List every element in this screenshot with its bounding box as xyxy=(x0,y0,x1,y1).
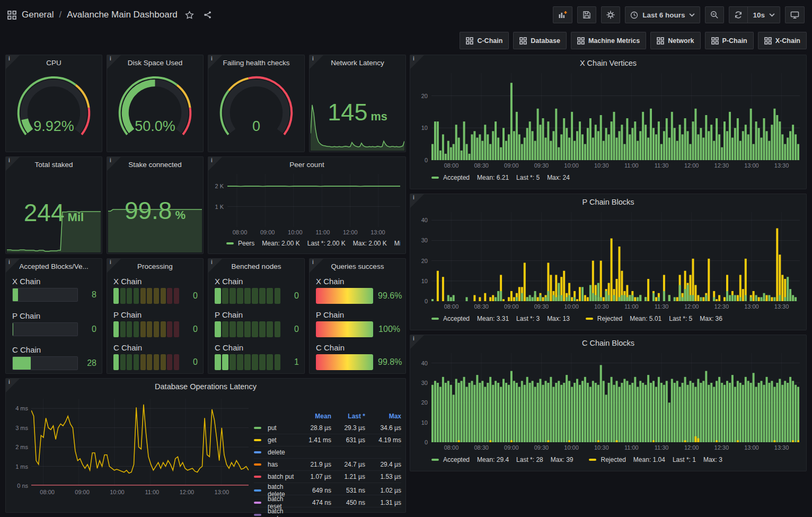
star-icon[interactable] xyxy=(183,10,196,21)
panel-title[interactable]: X Chain Vertices xyxy=(410,55,806,69)
legend-table-row: batch put1.07 µs1.21 µs1.53 µs xyxy=(254,471,401,483)
legend-table-row: has21.9 µs24.7 µs29.4 µs xyxy=(254,459,401,471)
share-icon[interactable] xyxy=(201,10,214,20)
y-axis: 01020 xyxy=(416,73,431,160)
panel-processing: i Processing X Chain0P Chain0C Chain0 xyxy=(107,258,204,374)
panel-title[interactable]: Queries success xyxy=(310,259,405,273)
time-range-picker[interactable]: Last 6 hours xyxy=(625,6,700,23)
panel-title[interactable]: Database Operations Latency xyxy=(6,379,405,393)
panel-info-icon[interactable]: i xyxy=(107,259,121,273)
panel-title[interactable]: Benched nodes xyxy=(208,259,304,273)
gradient-bar-row: P Chain100% xyxy=(316,310,400,337)
panel-c-chain-blocks: i C Chain Blocks 010203040 08:0008:3009:… xyxy=(410,335,807,471)
x-axis: 08:0008:3009:0009:3010:0010:3011:0011:30… xyxy=(431,444,800,453)
legend-item[interactable]: AcceptedMean: 29.4Last *: 28Max: 39 xyxy=(431,456,580,463)
legend-item[interactable]: AcceptedMean: 6.21Last *: 5Max: 24 xyxy=(431,174,577,181)
panel-title[interactable]: Total staked xyxy=(6,157,102,171)
dashboard-link-x-chain[interactable]: X-Chain xyxy=(758,32,807,49)
x-axis: 08:0008:3009:0009:3010:0010:3011:0011:30… xyxy=(431,162,800,171)
chart-legend[interactable]: AcceptedMean: 6.21Last *: 5Max: 24 xyxy=(431,174,801,181)
panel-info-icon[interactable]: i xyxy=(208,55,222,69)
legend-table-row: put28.8 µs29.3 µs34.6 µs xyxy=(254,422,401,434)
dashboard-toolbar: Last 6 hours 10s xyxy=(553,6,805,23)
x-axis: 08:0009:0010:0011:0012:0013:00 xyxy=(231,229,399,238)
panel-info-icon[interactable]: i xyxy=(310,259,323,273)
benched-nodes-segments: X Chain0P Chain0C Chain1 xyxy=(215,277,299,370)
panel-title[interactable]: P Chain Blocks xyxy=(410,194,806,208)
legend-item[interactable]: PeersMean: 2.00 KLast *: 2.00 KMax: 2.00… xyxy=(226,240,400,247)
panel-info-icon[interactable]: i xyxy=(310,55,323,69)
dashboard-link-database[interactable]: Database xyxy=(513,32,567,49)
dashboard-link-network[interactable]: Network xyxy=(650,32,700,49)
p-chain-blocks-chart[interactable] xyxy=(431,212,800,301)
legend-table-row: batch reset474 ns450 ns1.31 µs xyxy=(254,495,401,507)
panel-title[interactable]: Failing health checks xyxy=(208,55,304,69)
panel-info-icon[interactable]: i xyxy=(6,55,20,69)
panel-info-icon[interactable]: i xyxy=(208,157,222,171)
panel-info-icon[interactable]: i xyxy=(208,259,222,273)
failing-health-gauge[interactable]: 0 xyxy=(213,72,300,147)
gradient-bar-row: X Chain99.6% xyxy=(316,277,400,304)
c-chain-blocks-chart[interactable] xyxy=(431,353,800,442)
refresh-button[interactable] xyxy=(729,6,747,23)
panel-info-icon[interactable]: i xyxy=(410,335,424,349)
panel-title[interactable]: Network Latency xyxy=(310,55,405,69)
legend-item[interactable]: AcceptedMean: 3.31Last *: 3Max: 13 xyxy=(431,315,577,322)
segment-gauge-row: X Chain0 xyxy=(215,277,299,304)
panel-info-icon[interactable]: i xyxy=(410,194,424,208)
legend-table-row: get1.41 ms631 µs4.19 ms xyxy=(254,434,401,446)
panel-disk-space: i Disk Space Used 50.0% xyxy=(107,55,204,152)
legend-table-row: delete xyxy=(254,446,401,459)
chevron-down-icon xyxy=(689,13,695,17)
disk-gauge[interactable]: 50.0% xyxy=(111,72,199,147)
panel-info-icon[interactable]: i xyxy=(6,379,20,392)
db-latency-chart[interactable] xyxy=(31,399,249,486)
segment-gauge-row: P Chain0 xyxy=(113,310,198,337)
panel-title[interactable]: Peer count xyxy=(208,157,405,171)
cycle-view-mode-button[interactable] xyxy=(785,6,805,23)
dashboard-settings-button[interactable] xyxy=(601,6,620,23)
bar-gauge-row: X Chain8 xyxy=(12,277,96,302)
panel-title[interactable]: CPU xyxy=(6,55,102,69)
segment-gauge-row: C Chain0 xyxy=(113,343,198,370)
panel-title[interactable]: Accepted Blocks/Ve... xyxy=(6,259,102,273)
panel-accepted-blocks: i Accepted Blocks/Ve... X Chain8P Chain0… xyxy=(5,258,102,374)
legend-item[interactable]: RejectedMean: 1.04Last *: 1Max: 3 xyxy=(589,456,729,463)
panel-info-icon[interactable]: i xyxy=(6,157,20,171)
x-chain-vertices-chart[interactable] xyxy=(431,73,800,160)
chart-legend[interactable]: AcceptedMean: 3.31Last *: 3Max: 13Reject… xyxy=(431,315,801,322)
cpu-gauge[interactable]: 9.92% xyxy=(10,72,98,147)
dashboard-grid-icon[interactable] xyxy=(7,11,16,20)
chart-legend[interactable]: PeersMean: 2.00 KLast *: 2.00 KMax: 2.00… xyxy=(226,240,400,247)
add-panel-button[interactable] xyxy=(553,6,572,23)
dashboard-link-machine-metrics[interactable]: Machine Metrics xyxy=(571,32,646,49)
panel-title[interactable]: C Chain Blocks xyxy=(410,335,806,349)
panel-queries-success: i Queries success X Chain99.6%P Chain100… xyxy=(309,258,406,374)
panel-info-icon[interactable]: i xyxy=(410,55,424,69)
gradient-bar-row: C Chain99.8% xyxy=(316,343,400,370)
panel-title[interactable]: Processing xyxy=(107,259,203,273)
panel-info-icon[interactable]: i xyxy=(107,157,121,171)
x-axis: 08:0009:0010:0011:0012:0013:00 xyxy=(36,489,249,497)
legend-table-row: batch delete649 ns531 ns1.02 µs xyxy=(254,483,401,495)
panel-title[interactable]: Stake connected xyxy=(107,157,203,171)
panel-info-icon[interactable]: i xyxy=(107,55,121,69)
panel-p-chain-blocks: i P Chain Blocks 010203040 08:0008:3009:… xyxy=(410,194,807,330)
dashboard-links: C-ChainDatabaseMachine MetricsNetworkP-C… xyxy=(0,30,812,49)
peer-count-chart[interactable] xyxy=(227,174,400,227)
chart-legend[interactable]: AcceptedMean: 29.4Last *: 28Max: 39Rejec… xyxy=(431,456,801,463)
breadcrumb-section[interactable]: General xyxy=(22,10,54,20)
panel-title[interactable]: Disk Space Used xyxy=(107,55,203,69)
db-legend-table: MeanLast *Maxput28.8 µs29.3 µs34.6 µsget… xyxy=(254,396,401,509)
total-staked-value: 244Mil xyxy=(6,198,102,227)
refresh-interval-picker[interactable]: 10s xyxy=(747,6,780,23)
save-dashboard-button[interactable] xyxy=(577,6,596,23)
dashboard-link-p-chain[interactable]: P-Chain xyxy=(705,32,754,49)
gauge-value: 50.0% xyxy=(111,118,199,135)
panel-info-icon[interactable]: i xyxy=(6,259,20,273)
dashboard-link-c-chain[interactable]: C-Chain xyxy=(460,32,509,49)
network-latency-value: 145ms xyxy=(310,99,405,126)
panel-total-staked: i Total staked 244Mil xyxy=(5,156,102,254)
legend-item[interactable]: RejectedMean: 5.01Last *: 5Max: 36 xyxy=(586,315,730,322)
zoom-out-button[interactable] xyxy=(705,6,724,23)
